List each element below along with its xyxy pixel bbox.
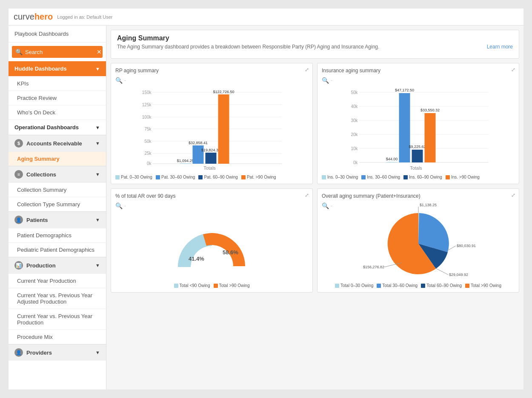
production-header[interactable]: 📊 Production ▼ — [9, 257, 106, 273]
svg-text:0k: 0k — [147, 161, 152, 166]
collections-icon: ≡ — [14, 170, 23, 179]
overall-zoom-icon[interactable]: 🔍 — [322, 202, 329, 209]
dashboard-title: Aging Summary — [117, 34, 513, 42]
ins-legend-color-90plus — [446, 175, 450, 179]
overall-legend-color-60-90 — [421, 284, 425, 288]
sidebar-item-current-year-production[interactable]: Current Year Production — [9, 273, 106, 288]
providers-header[interactable]: 👤 Providers ▼ — [9, 344, 106, 361]
svg-text:$80,030.91: $80,030.91 — [457, 244, 476, 248]
svg-text:$1,094.25: $1,094.25 — [177, 159, 194, 163]
sidebar-item-procedure-mix[interactable]: Procedure Mix — [9, 330, 106, 344]
sidebar-item-current-vs-prev[interactable]: Current Year vs. Previous Year Productio… — [9, 309, 106, 330]
sidebar: Playbook Dashboards 🔍 ✕ Huddle Dashboard… — [9, 26, 106, 389]
insurance-zoom-controls: 🔍 - — [322, 77, 515, 84]
overall-pie-svg: $1,138.25 $80,030.91 $29,049.92 — [359, 203, 478, 288]
sidebar-item-patient-demographics[interactable]: Patient Demographics — [9, 228, 106, 242]
rp-legend-color-0-30 — [115, 175, 120, 179]
rp-legend: Pat. 0–30 Owing Pat. 30–60 Owing Pat. 60… — [115, 175, 308, 179]
rp-zoom-icon[interactable]: 🔍 — [115, 77, 123, 84]
search-bar[interactable]: 🔍 ✕ — [12, 46, 103, 58]
svg-text:$44.00: $44.00 — [386, 157, 398, 161]
production-chevron: ▼ — [95, 263, 100, 268]
svg-line-50 — [435, 268, 448, 275]
rp-legend-color-90plus — [241, 175, 246, 179]
huddle-dashboards-header[interactable]: Huddle Dashboards ▼ — [9, 61, 106, 76]
providers-label: Providers — [26, 350, 52, 356]
rp-legend-item-90plus: Pat. >90 Owing — [241, 175, 276, 179]
bottom-charts-row: % of total AR over 90 days ⤢ 🔍 - — [111, 188, 519, 293]
svg-text:$156,276.82: $156,276.82 — [363, 265, 384, 269]
dashboard-description-row: The Aging Summary dashboard provides a b… — [117, 44, 513, 50]
rp-expand-icon[interactable]: ⤢ — [305, 67, 309, 73]
svg-text:$47,172.50: $47,172.50 — [395, 88, 414, 92]
accounts-receivable-chevron: ▼ — [95, 141, 100, 146]
search-input[interactable] — [25, 49, 97, 55]
svg-rect-41 — [425, 113, 436, 162]
svg-text:$29,049.92: $29,049.92 — [449, 273, 468, 277]
svg-text:20k: 20k — [351, 132, 358, 137]
patients-header[interactable]: 👤 Patients ▼ — [9, 211, 106, 228]
percent-ar-chart: % of total AR over 90 days ⤢ 🔍 - — [111, 188, 313, 293]
percent-zoom-icon[interactable]: 🔍 — [115, 202, 123, 209]
percent-expand-icon[interactable]: ⤢ — [305, 192, 309, 198]
collections-label: Collections — [26, 171, 56, 178]
overall-legend-color-30-60 — [377, 284, 381, 288]
svg-rect-18 — [206, 153, 217, 164]
sidebar-item-pediatric-demographics[interactable]: Pediatric Patient Demographics — [9, 242, 106, 257]
svg-text:58.6%: 58.6% — [223, 249, 238, 256]
svg-text:50k: 50k — [351, 90, 358, 95]
patients-icon: 👤 — [14, 216, 23, 224]
svg-text:40k: 40k — [351, 104, 358, 109]
insurance-chart-title: Insurance aging summary — [322, 68, 515, 74]
logged-in-text: Logged in as: Default User — [57, 14, 112, 20]
svg-text:41.4%: 41.4% — [189, 256, 204, 262]
overall-zoom-dash: - — [331, 203, 332, 209]
sidebar-item-practice-review[interactable]: Practice Review — [9, 91, 106, 105]
rp-legend-color-60-90 — [198, 175, 203, 179]
percent-legend-label-gt90: Total >90 Owing — [219, 283, 250, 288]
overall-chart-title: Overall aging summary (Patient+Insurance… — [322, 193, 515, 199]
ins-legend-color-60-90 — [403, 175, 408, 179]
sidebar-item-aging-summary[interactable]: Aging Summary — [9, 151, 106, 166]
percent-legend-color-lt90 — [174, 284, 178, 288]
sidebar-item-current-vs-prev-adjusted[interactable]: Current Year vs. Previous Year Adjusted … — [9, 288, 106, 309]
sidebar-item-collection-summary[interactable]: Collection Summary — [9, 182, 106, 197]
overall-legend-0-30: Total 0–30 Owing — [335, 283, 373, 288]
svg-text:$19,824.30: $19,824.30 — [201, 148, 220, 152]
overall-legend-label-60-90: Total 60–90 Owing — [426, 283, 462, 288]
operational-dashboards-header[interactable]: Operational Dashboards ▼ — [9, 119, 106, 135]
sidebar-item-whos-on-deck[interactable]: Who's On Deck — [9, 105, 106, 119]
overall-legend-90plus: Total >90 Owing — [465, 283, 501, 288]
overall-expand-icon[interactable]: ⤢ — [511, 192, 515, 198]
insurance-zoom-icon[interactable]: 🔍 — [322, 77, 329, 84]
overall-aging-chart: Overall aging summary (Patient+Insurance… — [317, 188, 519, 293]
svg-text:$33,550.32: $33,550.32 — [420, 108, 440, 112]
operational-dashboards-label: Operational Dashboards — [14, 124, 79, 131]
overall-pie-container: $1,138.25 $80,030.91 $29,049.92 — [322, 212, 515, 280]
svg-text:$122,726.50: $122,726.50 — [213, 90, 234, 94]
search-clear-icon[interactable]: ✕ — [97, 48, 102, 55]
svg-text:10k: 10k — [351, 146, 358, 151]
svg-rect-35 — [386, 162, 398, 162]
svg-text:0k: 0k — [353, 160, 358, 165]
svg-text:30k: 30k — [351, 118, 358, 123]
insurance-bar-chart-svg: 50k 40k 30k 20k 10k 0k — [322, 86, 515, 171]
collections-header[interactable]: ≡ Collections ▼ — [9, 166, 106, 182]
percent-zoom-dash: - — [124, 203, 126, 209]
ins-legend-label-0-30: Ins. 0–30 Owing — [327, 175, 358, 179]
svg-text:25k: 25k — [144, 151, 152, 156]
svg-text:150k: 150k — [142, 90, 152, 95]
sidebar-item-kpis[interactable]: KPIs — [9, 76, 106, 91]
insurance-aging-chart: Insurance aging summary ⤢ 🔍 - 50k 40k 30… — [317, 63, 519, 184]
svg-text:75k: 75k — [144, 127, 152, 131]
rp-legend-color-30-60 — [156, 175, 160, 179]
insurance-expand-icon[interactable]: ⤢ — [511, 67, 515, 73]
svg-text:100k: 100k — [142, 115, 152, 119]
svg-rect-20 — [218, 94, 229, 164]
learn-more-link[interactable]: Learn more — [487, 44, 513, 50]
accounts-receivable-header[interactable]: $ Accounts Receivable ▼ — [9, 135, 106, 151]
production-icon: 📊 — [14, 261, 23, 270]
overall-legend-label-90plus: Total >90 Owing — [471, 283, 501, 288]
svg-text:$1,138.25: $1,138.25 — [420, 203, 437, 207]
sidebar-item-collection-type-summary[interactable]: Collection Type Summary — [9, 197, 106, 211]
